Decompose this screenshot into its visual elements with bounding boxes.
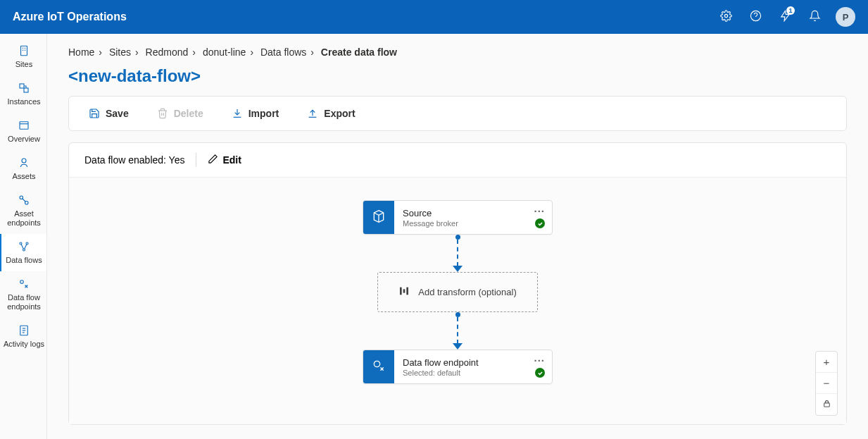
bell-icon xyxy=(809,10,821,25)
export-button[interactable]: Export xyxy=(303,105,359,122)
asset-endpoints-icon xyxy=(18,193,30,207)
help-icon xyxy=(750,10,762,25)
svg-rect-25 xyxy=(400,287,402,295)
main-content: Home› Sites› Redmond› donut-line› Data f… xyxy=(47,34,868,439)
sidebar-item-asset-endpoints[interactable]: Asset endpoints xyxy=(0,187,46,234)
settings-button[interactable] xyxy=(713,4,738,30)
svg-rect-26 xyxy=(403,289,405,292)
instances-icon xyxy=(18,81,30,95)
overview-icon xyxy=(18,118,30,132)
data-flow-enabled-status: Data flow enabled: Yes xyxy=(84,154,184,166)
svg-point-1 xyxy=(750,11,760,20)
avatar[interactable]: P xyxy=(836,7,855,27)
status-row: Data flow enabled: Yes Edit xyxy=(69,143,846,178)
topbar-actions: 1 P xyxy=(713,4,855,30)
divider xyxy=(196,153,196,167)
endpoint-node-more[interactable]: ··· xyxy=(534,354,545,366)
svg-rect-9 xyxy=(24,88,28,92)
source-node-icon xyxy=(363,201,394,234)
zoom-in-button[interactable]: + xyxy=(816,352,837,373)
svg-point-12 xyxy=(22,159,26,163)
page-title: <new-data-flow> xyxy=(68,66,847,86)
sidebar-item-assets[interactable]: Assets xyxy=(0,150,46,187)
source-node-sub: Message broker xyxy=(403,219,543,228)
connector-2 xyxy=(453,312,463,350)
breadcrumb-sites[interactable]: Sites xyxy=(109,47,131,58)
transform-icon xyxy=(398,285,410,299)
endpoint-node-title: Data flow endpoint xyxy=(403,357,543,368)
minus-icon: − xyxy=(824,377,830,389)
svg-point-0 xyxy=(724,14,727,17)
sites-icon xyxy=(18,44,30,58)
success-icon xyxy=(535,368,545,378)
diagnostics-button[interactable]: 1 xyxy=(772,4,798,30)
pencil-icon xyxy=(208,154,218,166)
plus-icon: + xyxy=(824,356,830,368)
svg-point-16 xyxy=(26,242,28,245)
import-button[interactable]: Import xyxy=(227,105,284,122)
flow-panel: Data flow enabled: Yes Edit Source xyxy=(68,142,847,425)
export-icon xyxy=(307,108,318,119)
data-flows-icon xyxy=(18,240,30,254)
breadcrumb-donut-line[interactable]: donut-line xyxy=(203,47,246,58)
data-flow-endpoints-icon xyxy=(18,277,30,291)
svg-rect-10 xyxy=(20,122,28,130)
source-node-more[interactable]: ··· xyxy=(534,205,545,217)
delete-button: Delete xyxy=(153,105,208,122)
endpoint-node-icon xyxy=(363,350,394,383)
app-title: Azure IoT Operations xyxy=(13,11,713,23)
top-bar: Azure IoT Operations 1 P xyxy=(0,0,868,34)
breadcrumb-redmond[interactable]: Redmond xyxy=(146,47,189,58)
svg-point-28 xyxy=(374,361,379,366)
sidebar-item-data-flow-endpoints[interactable]: Data flow endpoints xyxy=(0,271,46,318)
breadcrumb-data-flows[interactable]: Data flows xyxy=(260,47,306,58)
import-icon xyxy=(232,108,243,119)
save-icon xyxy=(89,108,100,119)
save-button[interactable]: Save xyxy=(84,105,133,122)
add-transform-button[interactable]: Add transform (optional) xyxy=(377,272,538,312)
svg-point-17 xyxy=(23,249,25,251)
endpoint-icon xyxy=(372,359,386,376)
zoom-fit-button[interactable] xyxy=(816,394,837,415)
sidebar-item-activity-logs[interactable]: Activity logs xyxy=(0,318,46,355)
delete-icon xyxy=(157,108,168,119)
svg-rect-8 xyxy=(20,84,24,88)
sidebar-item-instances[interactable]: Instances xyxy=(0,75,46,113)
svg-point-15 xyxy=(20,242,22,245)
help-button[interactable] xyxy=(743,4,768,30)
zoom-out-button[interactable]: − xyxy=(816,373,837,394)
endpoint-node-status xyxy=(535,368,545,378)
edit-button[interactable]: Edit xyxy=(208,154,241,166)
svg-rect-3 xyxy=(21,46,27,56)
notifications-button[interactable] xyxy=(802,4,827,30)
svg-rect-29 xyxy=(824,402,829,406)
breadcrumb-current: Create data flow xyxy=(321,47,397,58)
source-node[interactable]: Source Message broker ··· xyxy=(363,200,553,235)
sidebar-item-sites[interactable]: Sites xyxy=(0,38,46,75)
cube-icon xyxy=(372,209,386,226)
notification-badge: 1 xyxy=(786,6,795,15)
gear-icon xyxy=(720,10,732,25)
svg-point-18 xyxy=(20,280,24,284)
command-bar: Save Delete Import Export xyxy=(68,96,847,131)
activity-logs-icon xyxy=(18,323,30,338)
sidebar-item-data-flows[interactable]: Data flows xyxy=(0,234,46,271)
fit-icon xyxy=(822,399,831,411)
sidebar: Sites Instances Overview Assets Asset en… xyxy=(0,34,47,439)
source-node-title: Source xyxy=(403,208,543,218)
endpoint-node-sub: Selected: default xyxy=(403,369,543,377)
zoom-controls: + − xyxy=(815,351,838,416)
success-icon xyxy=(535,218,545,228)
sidebar-item-overview[interactable]: Overview xyxy=(0,113,46,150)
breadcrumb-home[interactable]: Home xyxy=(68,47,94,58)
flow-canvas[interactable]: Source Message broker ··· Ad xyxy=(69,178,846,424)
source-node-status xyxy=(535,218,545,228)
svg-rect-27 xyxy=(407,287,409,295)
connector-1 xyxy=(453,235,463,272)
assets-icon xyxy=(18,156,30,170)
endpoint-node[interactable]: Data flow endpoint Selected: default ··· xyxy=(363,350,553,384)
breadcrumb: Home› Sites› Redmond› donut-line› Data f… xyxy=(68,47,847,58)
